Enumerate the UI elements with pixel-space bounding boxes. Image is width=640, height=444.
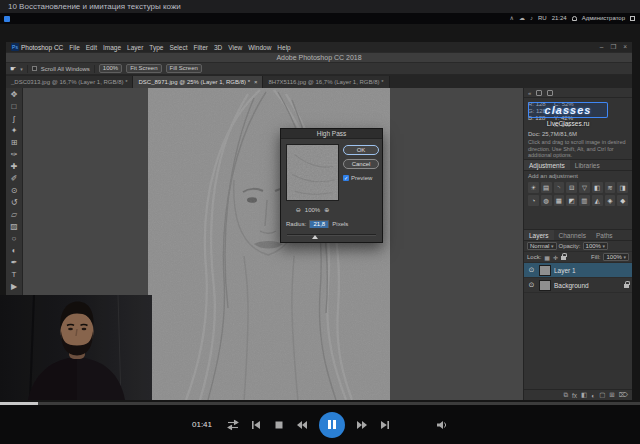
menu-item-type[interactable]: Type (149, 44, 163, 51)
menu-item-filter[interactable]: Filter (193, 44, 207, 51)
opacity-value[interactable]: 100% (583, 242, 609, 250)
hue-saturation-adjustment-icon[interactable]: ◧ (592, 182, 603, 193)
shuffle-button[interactable] (227, 419, 239, 431)
invert-adjustment-icon[interactable]: ◩ (566, 195, 577, 206)
document-tab-3[interactable]: 8H7X5116.jpg @ 16,7% (Layer 1, RGB/8) * (263, 76, 389, 88)
new-group-icon[interactable]: ▢ (599, 391, 605, 399)
layer-row-background[interactable]: Background (524, 278, 632, 293)
menu-item-select[interactable]: Select (169, 44, 187, 51)
layer-style-fx-icon[interactable]: fx (572, 392, 577, 399)
blend-mode-select[interactable]: Normal (527, 242, 557, 250)
vibrance-adjustment-icon[interactable]: ▽ (579, 182, 590, 193)
layer-visibility-icon[interactable] (527, 266, 536, 274)
lasso-tool[interactable]: ʃ (8, 113, 21, 125)
magic-wand-tool[interactable]: ✦ (8, 125, 21, 137)
forward-button[interactable] (356, 419, 368, 431)
clone-stamp-tool[interactable]: ⊙ (8, 185, 21, 197)
radius-slider-thumb[interactable] (312, 235, 318, 239)
menu-item-image[interactable]: Image (103, 44, 121, 51)
collapse-dock-icon[interactable] (528, 90, 531, 96)
tab-adjustments[interactable]: Adjustments (524, 160, 570, 170)
adjustment-layer-icon[interactable]: ◐ (591, 392, 595, 399)
layer-visibility-icon[interactable] (527, 281, 536, 289)
volume-button[interactable] (436, 419, 448, 431)
posterize-adjustment-icon[interactable]: ▥ (579, 195, 590, 206)
pen-tool[interactable]: ✒ (8, 257, 21, 269)
radius-input[interactable]: 21,8 (309, 220, 329, 228)
radius-slider[interactable] (287, 234, 376, 236)
menu-item-view[interactable]: View (228, 44, 242, 51)
stop-button[interactable] (273, 419, 285, 431)
clock[interactable]: 21:24 (552, 13, 567, 24)
selective-color-adjustment-icon[interactable]: ◈ (605, 195, 616, 206)
action-center-icon[interactable] (630, 16, 635, 21)
brush-tool[interactable]: ✐ (8, 173, 21, 185)
marquee-tool[interactable]: □ (8, 101, 21, 113)
new-layer-icon[interactable]: ⊞ (609, 391, 614, 399)
taskbar-app-icon[interactable] (4, 16, 10, 22)
ok-button[interactable]: OK (343, 145, 379, 155)
layer-row-layer-1[interactable]: Layer 1 (524, 263, 632, 278)
user-name[interactable]: Администратор (582, 13, 625, 24)
threshold-adjustment-icon[interactable]: ◭ (592, 195, 603, 206)
channel-mixer-adjustment-icon[interactable]: ◍ (541, 195, 552, 206)
layer-thumbnail[interactable] (539, 265, 551, 276)
history-brush-tool[interactable]: ↺ (8, 197, 21, 209)
next-button[interactable] (379, 419, 391, 431)
fit-screen-button[interactable]: Fit Screen (126, 64, 161, 73)
menu-item-edit[interactable]: Edit (86, 44, 97, 51)
menu-item-window[interactable]: Window (248, 44, 271, 51)
language-indicator[interactable]: RU (538, 13, 547, 24)
dodge-tool[interactable]: ◐ (8, 245, 21, 257)
exposure-adjustment-icon[interactable]: ⊟ (566, 182, 577, 193)
previous-button[interactable] (250, 419, 262, 431)
link-layers-icon[interactable]: ⧉ (563, 391, 568, 399)
cancel-button[interactable]: Cancel (343, 159, 379, 169)
brightness-contrast-adjustment-icon[interactable]: ☀ (528, 182, 539, 193)
preview-checkbox[interactable] (343, 175, 349, 181)
layer-name[interactable]: Layer 1 (554, 267, 576, 274)
hand-tool-icon[interactable]: ☛ (10, 65, 16, 73)
gradient-map-adjustment-icon[interactable]: ◆ (617, 195, 628, 206)
sound-icon[interactable]: ♪ (530, 13, 533, 24)
layer-mask-icon[interactable]: ◧ (581, 391, 587, 399)
dialog-preview-thumbnail[interactable] (286, 144, 339, 201)
fill-value[interactable]: 100% (603, 253, 629, 261)
zoom-out-icon[interactable] (296, 206, 301, 213)
tab-channels[interactable]: Channels (554, 230, 591, 240)
type-tool[interactable]: T (8, 269, 21, 281)
gradient-tool[interactable]: ▨ (8, 221, 21, 233)
layer-name[interactable]: Background (554, 282, 589, 289)
rewind-button[interactable] (296, 419, 308, 431)
menu-item-layer[interactable]: Layer (127, 44, 143, 51)
levels-adjustment-icon[interactable]: ▤ (541, 182, 552, 193)
healing-brush-tool[interactable]: ✚ (8, 161, 21, 173)
scroll-all-windows-checkbox[interactable] (32, 66, 37, 71)
eyedropper-tool[interactable]: ✑ (8, 149, 21, 161)
menu-item-help[interactable]: Help (277, 44, 290, 51)
tab-layers[interactable]: Layers (524, 230, 554, 240)
path-select-tool[interactable]: ▶ (8, 281, 21, 293)
maximize-icon[interactable] (610, 43, 616, 51)
document-tab-1[interactable]: _DSC0313.jpg @ 16,7% (Layer 1, RGB/8) * (6, 76, 133, 88)
zoom-100-button[interactable]: 100% (99, 64, 122, 73)
lock-position-icon[interactable]: ✛ (553, 254, 558, 261)
color-lookup-adjustment-icon[interactable]: ▦ (554, 195, 565, 206)
zoom-in-icon[interactable] (324, 206, 329, 213)
document-tab-2-active[interactable]: DSC_8971.jpg @ 25% (Layer 1, RGB/8) * (133, 76, 263, 88)
lock-all-icon[interactable] (561, 256, 566, 260)
color-panel-icon[interactable] (536, 90, 542, 96)
move-tool[interactable]: ✥ (8, 89, 21, 101)
pause-button[interactable] (319, 412, 345, 438)
layer-thumbnail[interactable] (539, 280, 551, 291)
crop-tool[interactable]: ⊞ (8, 137, 21, 149)
hidden-icons-chevron-icon[interactable]: ∧ (510, 13, 514, 24)
curves-adjustment-icon[interactable]: ◝ (554, 182, 565, 193)
close-icon[interactable] (623, 43, 627, 51)
tab-close-icon[interactable] (254, 79, 258, 85)
delete-layer-icon[interactable]: ⌦ (619, 391, 628, 399)
fill-screen-button[interactable]: Fill Screen (166, 64, 202, 73)
dialog-title[interactable]: High Pass (281, 129, 382, 139)
menu-item-3d[interactable]: 3D (214, 44, 222, 51)
tab-paths[interactable]: Paths (591, 230, 618, 240)
